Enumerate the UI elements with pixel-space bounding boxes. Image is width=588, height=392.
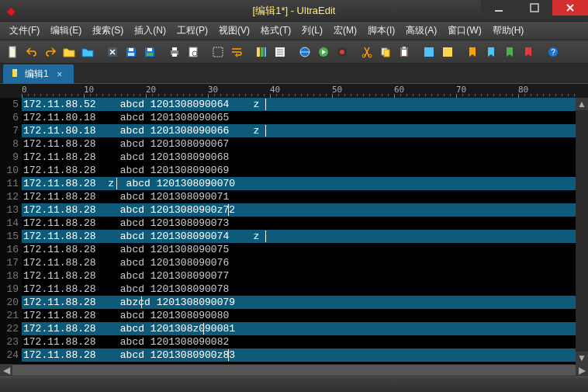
text-line[interactable]: 172.11.88.28 abcd 12013080900z83 [22, 349, 588, 362]
record-button[interactable] [334, 43, 351, 61]
hscroll-thumb[interactable] [12, 365, 576, 376]
menu-file[interactable]: 文件(F) [5, 23, 44, 39]
text-line[interactable]: 172.11.88.28 abcd 1201308090069 [22, 164, 588, 177]
line-number: 22 [0, 322, 19, 335]
line-number: 13 [0, 203, 19, 217]
svg-rect-16 [265, 47, 266, 57]
word-wrap-button[interactable] [228, 43, 245, 61]
maximize-button[interactable] [517, 0, 552, 16]
menu-view[interactable]: 视图(V) [214, 23, 254, 39]
text-line[interactable]: 172.11.88.28 abcd 1201308090080 [22, 309, 588, 322]
bookmark-d-button[interactable] [520, 43, 537, 61]
scroll-left-arrow[interactable]: ◀ [0, 364, 12, 376]
scroll-down-arrow[interactable]: ▼ [576, 352, 588, 364]
text-line[interactable]: 172.11.88.28 abcd 1201308090082 [22, 335, 588, 349]
horizontal-scrollbar[interactable]: ◀ ▶ [0, 364, 588, 376]
text-line[interactable]: 172.11.88.28 abcd 1201308090078 [22, 283, 588, 296]
text-line[interactable]: 172.11.88.28 abcd 1201308090067 [22, 137, 588, 151]
redo-button[interactable] [42, 43, 59, 61]
scroll-up-arrow[interactable]: ▲ [576, 98, 588, 110]
bookmark-b-button[interactable] [483, 43, 500, 61]
menu-edit[interactable]: 编辑(E) [46, 23, 86, 39]
editor-pane: 01020304050607080 5678910111213141516171… [0, 84, 588, 376]
line-number: 8 [0, 137, 19, 151]
scroll-right-arrow[interactable]: ▶ [576, 364, 588, 376]
svg-point-21 [340, 50, 344, 54]
text-line[interactable]: 172.11.88.28 abcd 1201308090073 [22, 217, 588, 230]
text-line[interactable]: 172.11.88.28 abcd 1201308090077 [22, 269, 588, 283]
tab-close-button[interactable]: × [54, 68, 66, 81]
text-line[interactable]: 172.11.88.28 abcd 1201308090075 [22, 243, 588, 256]
ruler: 01020304050607080 [0, 84, 588, 98]
vscroll-track[interactable] [576, 110, 588, 352]
text-lines[interactable]: 172.11.88.52 abcd 1201308090064 z172.11.… [22, 98, 588, 364]
text-line[interactable]: 172.11.88.28 abcd 1201308090074 z [22, 230, 588, 243]
line-number: 12 [0, 190, 19, 203]
menu-window[interactable]: 窗口(W) [443, 23, 486, 39]
menu-insert[interactable]: 插入(N) [130, 23, 171, 39]
select-all-button[interactable] [209, 43, 227, 61]
open-recent-button[interactable] [79, 43, 96, 61]
menu-advanced[interactable]: 高级(A) [401, 23, 441, 39]
help-button[interactable]: ? [545, 43, 562, 61]
text-area[interactable]: 56789101112131415161718192021222324 172.… [0, 98, 588, 364]
toolbar: ? [0, 40, 588, 64]
line-number: 14 [0, 217, 19, 230]
text-line[interactable]: 172.11.80.18 abcd 1201308090066 z [22, 124, 588, 137]
menu-macro[interactable]: 宏(M) [329, 23, 361, 39]
svg-rect-29 [424, 47, 434, 57]
text-line[interactable]: 172.11.88.28 abcd 12013080900z72 [22, 203, 588, 217]
hscroll-track[interactable] [12, 364, 576, 376]
svg-rect-30 [443, 47, 452, 57]
open-button[interactable] [61, 43, 78, 61]
paste-button[interactable] [396, 43, 413, 61]
line-number: 20 [0, 296, 19, 309]
undo-button[interactable] [23, 43, 40, 61]
text-caret [228, 349, 229, 361]
print-preview-button[interactable] [185, 43, 202, 61]
bookmark-a-button[interactable] [464, 43, 481, 61]
tab-label: 编辑1 [25, 68, 49, 81]
svg-rect-25 [384, 50, 389, 57]
menu-script[interactable]: 脚本(I) [363, 23, 399, 39]
cut-button[interactable] [358, 43, 375, 61]
menu-help[interactable]: 帮助(H) [488, 23, 529, 39]
close-button[interactable] [552, 0, 588, 16]
save-as-button[interactable] [141, 43, 158, 61]
text-line[interactable]: 172.11.88.28 abcd 1201308090076 [22, 256, 588, 269]
text-line[interactable]: 172.11.88.28 z abcd 1201308090070 [22, 177, 588, 190]
browser-button[interactable] [296, 43, 313, 61]
text-line[interactable]: 172.11.88.28 abcd 1201308090071 [22, 190, 588, 203]
menu-format[interactable]: 格式(T) [256, 23, 296, 39]
menu-project[interactable]: 工程(P) [172, 23, 213, 39]
line-number: 6 [0, 111, 19, 124]
svg-rect-14 [257, 47, 260, 57]
text-caret [203, 323, 204, 335]
text-line[interactable]: 172.11.88.28 abcd 1201308z090081 [22, 322, 588, 335]
tab-active[interactable]: 编辑1 × [3, 64, 74, 84]
run-button[interactable] [315, 43, 332, 61]
clipboard-a-button[interactable] [420, 43, 438, 61]
menu-search[interactable]: 搜索(S) [88, 23, 128, 39]
text-line[interactable]: 172.11.88.28 abcd 1201308090068 [22, 151, 588, 164]
minimize-button[interactable] [481, 0, 517, 16]
file-icon [11, 68, 20, 80]
print-button[interactable] [166, 43, 183, 61]
vertical-scrollbar[interactable]: ▲ ▼ [576, 98, 588, 364]
text-line[interactable]: 172.11.88.28 abzcd 1201308090079 [22, 296, 588, 309]
copy-button[interactable] [377, 43, 394, 61]
bookmark-c-button[interactable] [501, 43, 518, 61]
clipboard-b-button[interactable] [439, 43, 456, 61]
close-file-button[interactable] [104, 43, 121, 61]
new-file-button[interactable] [5, 43, 22, 61]
window-title: [编辑1*] - UltraEdit [253, 4, 336, 18]
text-line[interactable]: 172.11.80.18 abcd 1201308090065 [22, 111, 588, 124]
line-height-button[interactable] [272, 43, 289, 61]
text-caret [265, 125, 266, 137]
menu-column[interactable]: 列(L) [297, 23, 327, 39]
text-line[interactable]: 172.11.88.52 abcd 1201308090064 z [22, 98, 588, 111]
column-mode-button[interactable] [253, 43, 270, 61]
svg-rect-15 [261, 47, 264, 57]
save-button[interactable] [123, 43, 140, 61]
text-caret [228, 204, 229, 216]
